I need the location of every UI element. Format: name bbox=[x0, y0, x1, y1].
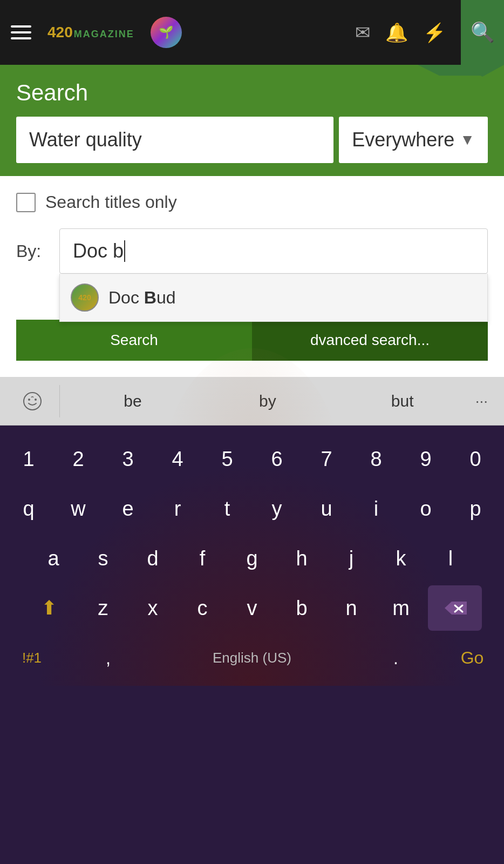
keyboard-numbers-row: 1 2 3 4 5 6 7 8 9 0 bbox=[5, 436, 499, 482]
svg-point-1 bbox=[28, 399, 30, 401]
key-b[interactable]: b bbox=[279, 585, 324, 631]
shift-key[interactable]: ⬆ bbox=[22, 585, 76, 631]
key-n[interactable]: n bbox=[329, 585, 374, 631]
search-submit-button[interactable]: Search bbox=[16, 320, 252, 361]
space-key[interactable]: English (US) bbox=[160, 635, 344, 680]
autocomplete-item-docbud[interactable]: 420 Doc Bud bbox=[60, 274, 487, 321]
word-suggestions-bar: be by but ··· bbox=[0, 377, 504, 426]
key-w[interactable]: w bbox=[56, 486, 101, 531]
svg-marker-3 bbox=[445, 602, 467, 615]
keyboard-bottom-row: !#1 , English (US) . Go bbox=[5, 635, 499, 680]
key-e[interactable]: e bbox=[105, 486, 151, 531]
by-author-input[interactable]: Doc b bbox=[59, 228, 488, 274]
emoji-icon bbox=[22, 390, 43, 412]
search-section-header: Search Water quality Everywhere ▼ bbox=[0, 65, 504, 176]
key-z[interactable]: z bbox=[80, 585, 126, 631]
titles-only-checkbox[interactable] bbox=[16, 193, 36, 212]
suggestions-divider bbox=[59, 385, 60, 417]
logo-magazine-text: MAGAZINE bbox=[74, 29, 134, 40]
key-v[interactable]: v bbox=[229, 585, 275, 631]
key-u[interactable]: u bbox=[304, 486, 349, 531]
text-cursor bbox=[124, 240, 125, 262]
comma-key[interactable]: , bbox=[86, 635, 131, 680]
keyboard-area: 1 2 3 4 5 6 7 8 9 0 q w e r t y u i o p … bbox=[0, 426, 504, 686]
svg-point-2 bbox=[35, 399, 37, 401]
key-4[interactable]: 4 bbox=[155, 436, 200, 482]
key-f[interactable]: f bbox=[180, 536, 225, 581]
suggestion-be[interactable]: be bbox=[65, 377, 200, 426]
key-r[interactable]: r bbox=[155, 486, 200, 531]
autocomplete-name-rest: ud bbox=[156, 288, 176, 307]
key-p[interactable]: p bbox=[453, 486, 498, 531]
suggestion-by[interactable]: by bbox=[200, 377, 335, 426]
virtual-keyboard: 1 2 3 4 5 6 7 8 9 0 q w e r t y u i o p … bbox=[0, 426, 504, 686]
search-buttons-row: Search dvanced search... bbox=[16, 320, 488, 361]
site-logo: 420 MAGAZINE bbox=[47, 24, 134, 41]
key-k[interactable]: k bbox=[378, 536, 424, 581]
key-y[interactable]: y bbox=[254, 486, 299, 531]
symbols-key[interactable]: !#1 bbox=[8, 635, 56, 680]
key-6[interactable]: 6 bbox=[254, 436, 299, 482]
emoji-button[interactable] bbox=[11, 377, 54, 426]
key-1[interactable]: 1 bbox=[6, 436, 51, 482]
bell-icon[interactable]: 🔔 bbox=[385, 22, 408, 43]
key-0[interactable]: 0 bbox=[453, 436, 498, 482]
key-g[interactable]: g bbox=[229, 536, 275, 581]
key-d[interactable]: d bbox=[130, 536, 175, 581]
by-author-row: By: Doc b 420 Doc Bud bbox=[16, 228, 488, 274]
key-c[interactable]: c bbox=[180, 585, 225, 631]
nav-right: ✉ 🔔 ⚡ 🔍 bbox=[355, 0, 493, 65]
seeding-avatar[interactable]: 🌱 bbox=[151, 17, 182, 48]
key-2[interactable]: 2 bbox=[56, 436, 101, 482]
backspace-icon bbox=[443, 600, 467, 616]
more-suggestions-button[interactable]: ··· bbox=[470, 393, 493, 410]
key-3[interactable]: 3 bbox=[105, 436, 151, 482]
keyboard-row-3: ⬆ z x c v b n m bbox=[5, 585, 499, 631]
go-key[interactable]: Go bbox=[448, 635, 496, 680]
titles-only-row: Search titles only bbox=[16, 192, 488, 212]
advanced-search-button[interactable]: dvanced search... bbox=[252, 320, 488, 361]
keyboard-row-2: a s d f g h j k l bbox=[5, 536, 499, 581]
key-s[interactable]: s bbox=[80, 536, 126, 581]
autocomplete-name-normal: Doc bbox=[108, 288, 144, 307]
key-a[interactable]: a bbox=[31, 536, 76, 581]
key-m[interactable]: m bbox=[378, 585, 424, 631]
lightning-icon[interactable]: ⚡ bbox=[423, 22, 446, 43]
key-5[interactable]: 5 bbox=[205, 436, 250, 482]
key-q[interactable]: q bbox=[6, 486, 51, 531]
search-icon: 🔍 bbox=[471, 21, 495, 44]
autocomplete-name-bold: B bbox=[144, 288, 156, 307]
by-input-value: Doc b bbox=[73, 240, 124, 262]
keyboard-row-1: q w e r t y u i o p bbox=[5, 486, 499, 531]
by-label: By: bbox=[16, 241, 49, 261]
autocomplete-name: Doc Bud bbox=[108, 288, 176, 308]
autocomplete-dropdown: 420 Doc Bud bbox=[59, 274, 488, 322]
docbud-avatar: 420 bbox=[71, 284, 99, 312]
mail-icon[interactable]: ✉ bbox=[355, 22, 370, 43]
titles-only-label: Search titles only bbox=[45, 192, 177, 212]
key-7[interactable]: 7 bbox=[304, 436, 349, 482]
search-button-active[interactable]: 🔍 bbox=[461, 0, 504, 65]
hamburger-menu-icon[interactable] bbox=[11, 25, 31, 39]
period-key[interactable]: . bbox=[373, 635, 419, 680]
search-scope-dropdown[interactable]: Everywhere ▼ bbox=[339, 117, 488, 163]
key-x[interactable]: x bbox=[130, 585, 175, 631]
top-navigation: 420 MAGAZINE 🌱 ✉ 🔔 ⚡ 🔍 bbox=[0, 0, 504, 65]
key-j[interactable]: j bbox=[329, 536, 374, 581]
search-query-input[interactable]: Water quality bbox=[16, 117, 333, 163]
logo-420-text: 420 bbox=[47, 24, 73, 41]
search-section-title: Search bbox=[16, 80, 488, 106]
suggestion-but[interactable]: but bbox=[335, 377, 470, 426]
dropdown-arrow-icon: ▼ bbox=[460, 131, 475, 148]
key-t[interactable]: t bbox=[205, 486, 250, 531]
key-i[interactable]: i bbox=[353, 486, 399, 531]
key-o[interactable]: o bbox=[403, 486, 448, 531]
search-inputs-row: Water quality Everywhere ▼ bbox=[16, 117, 488, 163]
key-l[interactable]: l bbox=[428, 536, 473, 581]
nav-left: 420 MAGAZINE 🌱 bbox=[11, 17, 182, 48]
backspace-key[interactable] bbox=[428, 585, 482, 631]
key-8[interactable]: 8 bbox=[353, 436, 399, 482]
key-h[interactable]: h bbox=[279, 536, 324, 581]
svg-point-0 bbox=[24, 393, 41, 410]
key-9[interactable]: 9 bbox=[403, 436, 448, 482]
